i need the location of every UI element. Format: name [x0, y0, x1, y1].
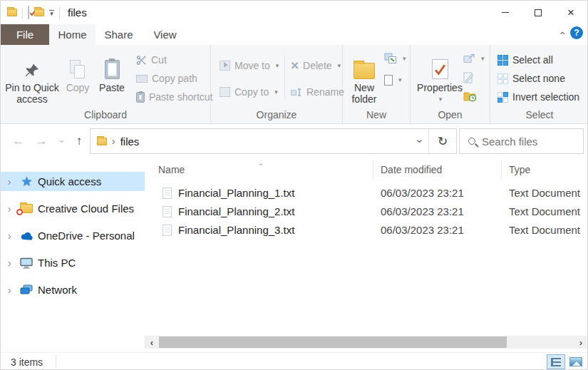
- tab-view[interactable]: View: [142, 24, 188, 45]
- qat-properties-icon[interactable]: [28, 6, 29, 19]
- group-label-new: New: [343, 109, 410, 120]
- chevron-down-icon: ▾: [439, 93, 443, 105]
- file-row[interactable]: Financial_Planning_2.txt 06/03/2023 23:2…: [145, 202, 587, 221]
- column-headers: › Name Date modified Type: [145, 160, 587, 180]
- ribbon-group-clipboard: Pin to Quick access Copy Paste Cut Copy …: [1, 45, 211, 123]
- paste-button[interactable]: Paste: [96, 47, 128, 93]
- details-view-button[interactable]: [547, 354, 565, 369]
- monitor-icon: [19, 257, 33, 269]
- tab-home[interactable]: Home: [49, 24, 96, 45]
- move-to-icon: [220, 61, 230, 71]
- move-to-button[interactable]: Move to▾: [220, 58, 279, 73]
- tab-share[interactable]: Share: [96, 24, 142, 45]
- copy-path-icon: [136, 75, 148, 83]
- cut-button[interactable]: Cut: [136, 52, 167, 68]
- edit-button[interactable]: [463, 70, 474, 86]
- column-header-type[interactable]: Type: [502, 160, 588, 180]
- text-document-icon: [163, 206, 172, 217]
- scroll-right-icon[interactable]: ›: [574, 336, 587, 349]
- up-button[interactable]: ↑: [69, 124, 89, 158]
- main-area: › Quick access › Creative Cloud Files › …: [1, 158, 587, 352]
- search-box[interactable]: [459, 128, 584, 154]
- close-button[interactable]: ×: [555, 1, 587, 24]
- new-folder-button[interactable]: New folder: [346, 47, 383, 105]
- paste-icon: [105, 51, 120, 79]
- back-button[interactable]: ←: [9, 124, 29, 158]
- details-view-icon: [551, 358, 561, 366]
- group-label-organize: Organize: [211, 109, 342, 120]
- easy-access-button[interactable]: ▾: [384, 51, 406, 66]
- select-all-icon: [497, 55, 508, 66]
- status-bar: 3 items: [1, 352, 587, 370]
- sidebar-item-this-pc[interactable]: › This PC: [1, 253, 145, 272]
- divider: [284, 55, 285, 101]
- invert-selection-icon: [497, 92, 508, 103]
- address-dropdown-icon[interactable]: ›: [411, 129, 429, 153]
- qat-new-folder-icon[interactable]: [34, 9, 44, 16]
- invert-selection-button[interactable]: Invert selection: [497, 89, 579, 105]
- search-input[interactable]: [482, 135, 567, 148]
- help-icon[interactable]: ?: [570, 26, 583, 39]
- forward-button[interactable]: →: [31, 124, 51, 158]
- history-icon: [463, 91, 476, 102]
- select-none-button[interactable]: Select none: [497, 71, 565, 86]
- tab-file[interactable]: File: [1, 24, 49, 45]
- sidebar-item-creative-cloud-files[interactable]: › Creative Cloud Files: [1, 199, 145, 218]
- ribbon-corner-controls: › ?: [559, 26, 583, 39]
- new-item-button[interactable]: ▾: [384, 72, 402, 88]
- history-button[interactable]: [463, 88, 476, 104]
- group-label-clipboard: Clipboard: [1, 109, 210, 120]
- column-header-date-modified[interactable]: Date modified: [373, 160, 502, 180]
- pin-to-quick-access-button[interactable]: Pin to Quick access: [5, 47, 59, 105]
- ribbon-group-new: New folder ▾ ▾ New: [343, 45, 411, 123]
- copy-button[interactable]: Copy: [62, 47, 93, 93]
- file-row[interactable]: Financial_Planning_1.txt 06/03/2023 23:2…: [145, 184, 587, 202]
- open-button[interactable]: ▾: [463, 51, 485, 66]
- select-all-button[interactable]: Select all: [497, 52, 553, 68]
- minimize-button[interactable]: [489, 1, 522, 24]
- properties-icon: [432, 51, 448, 79]
- thumbnail-view-icon: [569, 357, 582, 366]
- onedrive-cloud-icon: [19, 231, 33, 240]
- creative-cloud-folder-icon: [19, 204, 33, 213]
- breadcrumb-folder[interactable]: files: [120, 135, 140, 148]
- chevron-right-icon: ›: [112, 135, 115, 147]
- folder-icon: [97, 138, 107, 145]
- expand-chevron-icon[interactable]: ›: [8, 176, 15, 187]
- ribbon-tab-bar: File Home Share View: [1, 24, 587, 45]
- large-icons-view-button[interactable]: [567, 354, 585, 369]
- sidebar-item-onedrive[interactable]: › OneDrive - Personal: [1, 226, 145, 245]
- ribbon-group-select: Select all Select none Invert selection …: [490, 45, 588, 123]
- qat-customize-dropdown-icon[interactable]: ▾: [49, 10, 54, 16]
- ribbon-group-organize: Move to▾ Copy to▾ × Delete▾ Rename Organ…: [211, 45, 343, 123]
- expand-chevron-icon[interactable]: ›: [8, 203, 15, 215]
- refresh-icon[interactable]: ↻: [429, 129, 456, 153]
- copy-to-button[interactable]: Copy to▾: [220, 84, 278, 100]
- expand-chevron-icon[interactable]: ›: [8, 257, 15, 269]
- title-bar: ▾ files ×: [1, 1, 587, 24]
- rename-icon: [291, 88, 302, 97]
- chevron-down-icon: ▾: [403, 55, 406, 62]
- scroll-left-icon[interactable]: ‹: [145, 336, 158, 349]
- chevron-down-icon: ▾: [481, 55, 485, 62]
- divider: [22, 7, 23, 19]
- address-bar[interactable]: › files › ↻: [90, 128, 457, 154]
- copy-path-button[interactable]: Copy path: [136, 71, 197, 86]
- delete-button[interactable]: × Delete▾: [291, 58, 341, 73]
- expand-chevron-icon[interactable]: ›: [8, 230, 15, 242]
- properties-button[interactable]: Properties ▾: [418, 47, 462, 105]
- horizontal-scrollbar[interactable]: ‹ ›: [145, 336, 587, 349]
- search-icon: [468, 138, 475, 145]
- file-row[interactable]: Financial_Planning_3.txt 06/03/2023 23:2…: [145, 221, 587, 240]
- expand-chevron-icon[interactable]: ›: [8, 284, 15, 296]
- scrollbar-thumb[interactable]: [159, 336, 507, 348]
- pushpin-icon: [24, 51, 40, 79]
- column-header-name[interactable]: Name: [145, 160, 373, 180]
- maximize-button[interactable]: [522, 1, 555, 24]
- sidebar-item-network[interactable]: › Network: [1, 280, 145, 299]
- collapse-ribbon-icon[interactable]: ›: [555, 31, 567, 35]
- rename-button[interactable]: Rename: [291, 84, 344, 100]
- paste-shortcut-button[interactable]: Paste shortcut: [136, 89, 213, 105]
- text-document-icon: [163, 225, 172, 236]
- sidebar-item-quick-access[interactable]: › Quick access: [1, 172, 145, 191]
